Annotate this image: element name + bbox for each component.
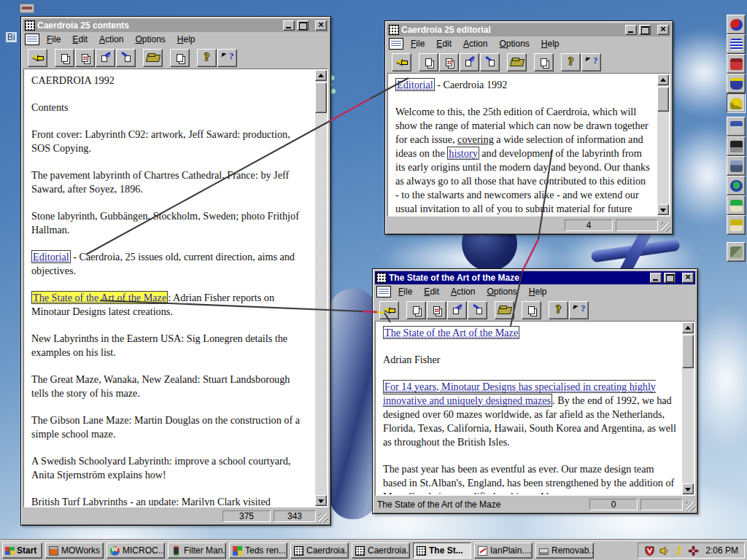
open-button[interactable] [507, 53, 527, 71]
scroll-up-icon[interactable] [682, 322, 694, 333]
vertical-scrollbar[interactable] [682, 322, 694, 494]
link-forward-button[interactable] [460, 53, 479, 71]
back-button[interactable] [28, 49, 47, 67]
guide-doc-icon[interactable] [376, 273, 387, 283]
copy-button[interactable] [170, 49, 190, 67]
document-icon[interactable] [376, 286, 391, 298]
menu-help[interactable]: Help [173, 34, 200, 45]
strip-button-beetle[interactable] [727, 15, 746, 34]
menu-file[interactable]: File [42, 34, 65, 45]
scroll-up-icon[interactable] [315, 70, 327, 81]
link-forward-button[interactable] [96, 49, 115, 67]
strip-button-disk[interactable] [727, 117, 746, 136]
strip-button-printer[interactable] [727, 156, 746, 176]
copy-page-button[interactable] [419, 53, 438, 71]
guide-doc-icon[interactable] [389, 25, 399, 35]
task-caerdroia-2[interactable]: Caerdroia... [352, 542, 410, 559]
scroll-up-icon[interactable] [657, 74, 669, 85]
menu-file[interactable]: File [406, 38, 429, 50]
copy-button[interactable] [522, 301, 541, 319]
menu-edit[interactable]: Edit [68, 34, 92, 45]
task-ianplain[interactable]: IanPlain.... [474, 542, 533, 559]
flower-icon[interactable] [688, 545, 699, 556]
menu-file[interactable]: File [394, 286, 417, 298]
task-microc[interactable]: MICROC... [107, 542, 165, 559]
maximize-button[interactable] [664, 273, 676, 283]
speaker-icon[interactable] [659, 545, 670, 556]
task-teds[interactable]: Teds ren... [229, 542, 287, 559]
resize-grip[interactable] [686, 502, 695, 511]
menu-help[interactable]: Help [537, 38, 564, 50]
maximize-button[interactable] [639, 25, 651, 35]
history-link[interactable]: history [447, 147, 479, 160]
scroll-thumb[interactable] [657, 87, 669, 112]
context-help-button[interactable] [217, 49, 237, 67]
editorial-link[interactable]: Editorial [395, 78, 435, 91]
scroll-down-icon[interactable] [657, 204, 669, 215]
scroll-thumb[interactable] [682, 335, 694, 368]
menu-action[interactable]: Action [446, 286, 479, 298]
back-button[interactable] [392, 53, 411, 71]
state-of-art-link[interactable]: The State of the Art of the Maze [31, 291, 168, 304]
resize-grip[interactable] [661, 222, 670, 232]
menu-edit[interactable]: Edit [432, 38, 456, 50]
document-pane[interactable]: The State of the Art of the Maze Adrian … [376, 322, 682, 494]
menu-options[interactable]: Options [482, 286, 521, 298]
strip-button-hand-on[interactable] [727, 195, 746, 215]
covering-note-link[interactable]: covering [457, 133, 494, 145]
strip-button-hand-df[interactable] [727, 215, 746, 235]
strip-button-cable[interactable] [727, 93, 746, 113]
strip-button-laptop[interactable] [727, 136, 746, 156]
close-button[interactable] [315, 20, 327, 31]
replace-page-button[interactable] [439, 53, 459, 71]
scroll-down-icon[interactable] [315, 495, 327, 506]
guide-doc-icon[interactable] [25, 20, 35, 31]
menu-options[interactable]: Options [131, 34, 169, 45]
minimize-button[interactable] [283, 20, 295, 31]
scroll-thumb[interactable] [315, 82, 327, 113]
link-back-button[interactable] [116, 49, 136, 67]
minimized-window-icon[interactable] [20, 4, 34, 13]
strip-button-jar[interactable] [727, 74, 746, 93]
menu-edit[interactable]: Edit [419, 286, 444, 298]
task-removable[interactable]: Removab... [535, 542, 594, 559]
link-back-button[interactable] [468, 301, 487, 319]
strip-button-toolbox[interactable] [727, 54, 746, 74]
vertical-scrollbar[interactable] [657, 74, 669, 215]
task-the-state[interactable]: The St... [413, 542, 471, 559]
vertical-scrollbar[interactable] [315, 70, 327, 506]
state-of-art-heading-link[interactable]: The State of the Art of the Maze [383, 326, 519, 339]
task-moworks[interactable]: MOWorks [45, 542, 104, 559]
document-pane[interactable]: Editorial - Caerdroia 1992 Welcome to th… [389, 74, 657, 215]
link-back-button[interactable] [480, 53, 500, 71]
resize-grip[interactable] [319, 513, 328, 523]
help-button[interactable]: ? [561, 53, 581, 71]
editorial-link[interactable]: Editorial [31, 250, 71, 263]
menu-action[interactable]: Action [459, 38, 492, 50]
copy-page-button[interactable] [406, 301, 426, 319]
titlebar[interactable]: Caerdroia 25 editorial [387, 23, 670, 36]
desktop-icon-label[interactable]: Bi [6, 32, 17, 42]
help-button[interactable]: ? [197, 49, 217, 67]
context-help-button[interactable] [581, 53, 601, 71]
copy-page-button[interactable] [55, 49, 74, 67]
replace-page-button[interactable] [427, 301, 446, 319]
document-pane[interactable]: CAERDROIA 1992 Contents Front cover: Lab… [25, 70, 315, 506]
strip-button-wallet[interactable] [727, 242, 746, 262]
titlebar[interactable]: The State of the Art of the Maze [375, 271, 695, 284]
walking-person-icon[interactable] [673, 545, 684, 556]
strip-button-spring[interactable] [727, 34, 746, 54]
maximize-button[interactable] [297, 20, 309, 31]
context-help-button[interactable] [569, 301, 589, 319]
strip-button-globe[interactable] [727, 176, 746, 195]
task-caerdroia-1[interactable]: Caerdroia... [290, 542, 349, 559]
close-button[interactable] [657, 25, 669, 35]
help-button[interactable]: ? [549, 301, 568, 319]
back-button[interactable] [379, 301, 399, 319]
antivirus-shield-icon[interactable] [644, 545, 655, 556]
open-button[interactable] [495, 301, 514, 319]
titlebar[interactable]: Caerdroia 25 contents [23, 19, 328, 32]
menu-action[interactable]: Action [95, 34, 128, 45]
minimize-button[interactable] [650, 273, 662, 283]
copy-button[interactable] [534, 53, 554, 71]
